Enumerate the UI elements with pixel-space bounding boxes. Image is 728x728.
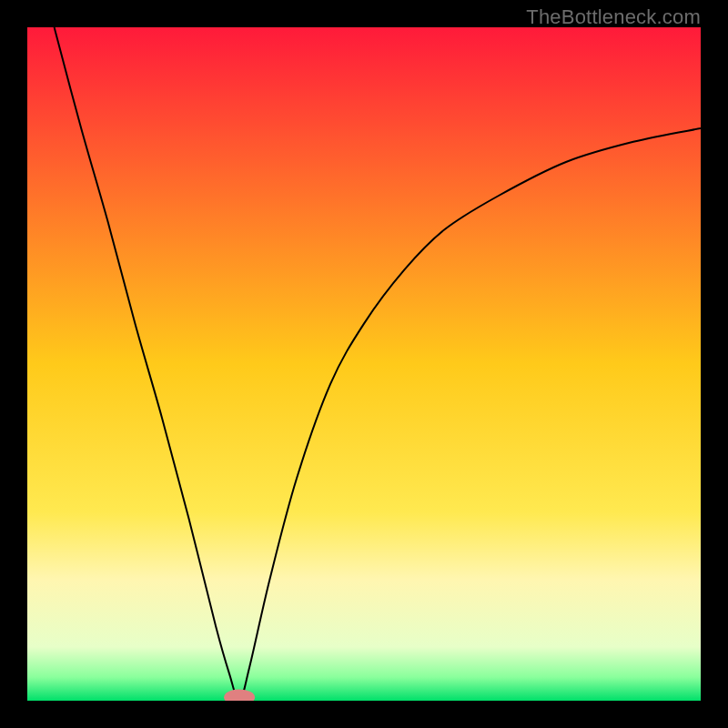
chart-frame: TheBottleneck.com [0,0,728,728]
plot-area [27,27,701,701]
gradient-background [27,27,701,701]
watermark-text: TheBottleneck.com [526,5,701,29]
chart-svg [27,27,701,701]
